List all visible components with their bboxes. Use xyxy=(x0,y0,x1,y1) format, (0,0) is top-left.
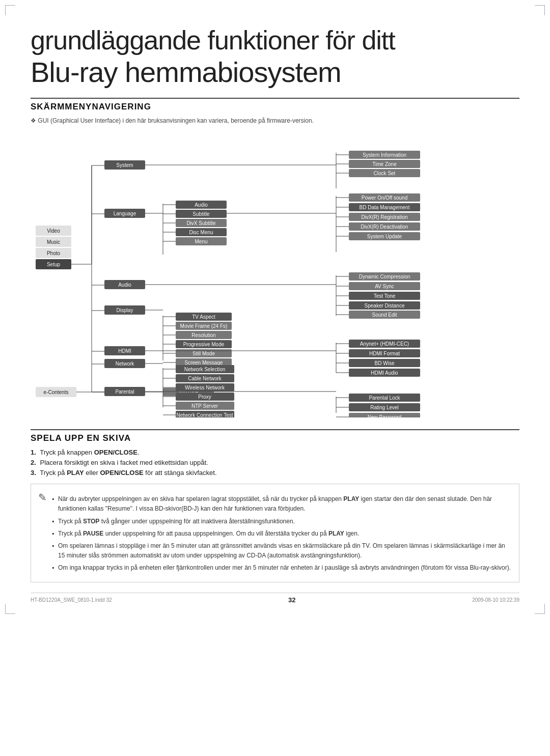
box-progmode-label: Progressive Mode xyxy=(183,342,225,347)
box-anynet-label: Anynet+ (HDMI-CEC) xyxy=(360,341,409,347)
intro-text: GUI (Graphical User Interface) i den här… xyxy=(31,117,519,124)
box-audio2-label: Audio xyxy=(195,202,208,208)
step-1: Tryck på knappen OPEN/CLOSE. xyxy=(31,449,519,456)
box-power-label: Power On/Off sound xyxy=(362,195,407,201)
page-title: grundläggande funktioner för ditt Blu-ra… xyxy=(31,25,519,89)
box-divxdeact-label: DivX(R) Deactivation xyxy=(361,224,408,230)
box-ntpserver-label: NTP Server xyxy=(191,403,218,409)
box-parental-label: Parental xyxy=(115,389,134,395)
note-icon: ✎ xyxy=(38,491,47,503)
page-footer: HT-BD1220A_SWE_0810-1.indd 32 32 2009-08… xyxy=(31,593,519,604)
box-avsync-label: AV Sync xyxy=(375,284,394,289)
menu-setup-label: Setup xyxy=(47,262,61,267)
box-wirelessnet-label: Wireless Network xyxy=(185,385,225,390)
box-tvaspect-label: TV Aspect xyxy=(192,314,215,320)
page-number: 32 xyxy=(288,596,295,604)
corner-mark-br xyxy=(535,604,545,614)
box-stillmode-label: Still Mode xyxy=(193,351,215,356)
menu-photo-label: Photo xyxy=(47,250,61,256)
box-discmenu-label: Disc Menu xyxy=(189,230,213,235)
diagram-svg: .box { fill: #555; } .box-dark { fill: #… xyxy=(31,132,519,417)
box-network-label: Network xyxy=(116,361,135,367)
step-3: Tryck på PLAY eller OPEN/CLOSE för att s… xyxy=(31,469,519,477)
box-bdwise-label: BD Wise xyxy=(375,360,395,366)
footer-left: HT-BD1220A_SWE_0810-1.indd 32 xyxy=(31,597,112,603)
box-dyncomp-label: Dynamic Compression xyxy=(359,274,410,279)
box-ratinglvl-label: Rating Level xyxy=(370,405,399,410)
section2-header: SPELA UPP EN SKIVA xyxy=(31,429,519,443)
note-item-3: Tryck på PAUSE under uppspelning för att… xyxy=(52,529,512,539)
box-sndedit-label: Sound Edit xyxy=(372,312,397,318)
box-hdmi-label: HDMI xyxy=(118,348,131,354)
steps-list: Tryck på knappen OPEN/CLOSE. Placera för… xyxy=(31,449,519,477)
note-item-5: Om inga knappar trycks in på enheten ell… xyxy=(52,563,512,573)
box-hdmiaudio-label: HDMI Audio xyxy=(371,370,398,376)
box-cablenet-label: Cable Network xyxy=(188,376,222,381)
note-item-4: Om spelaren lämnas i stoppläge i mer än … xyxy=(52,541,512,561)
corner-mark-tl xyxy=(5,5,15,15)
note-item-2: Tryck på STOP två gånger under uppspelni… xyxy=(52,517,512,526)
box-proxy-label: Proxy xyxy=(198,394,211,400)
box-display-label: Display xyxy=(117,307,133,313)
box-system-label: System xyxy=(116,162,133,168)
box-movieframe-label: Movie Frame (24 Fs) xyxy=(180,323,228,329)
box-divxreg-label: DivX(R) Registration xyxy=(361,214,407,220)
menu-video-label: Video xyxy=(47,228,60,234)
step-2: Placera försiktigt en skiva i facket med… xyxy=(31,459,519,466)
box-testtone-label: Test Tone xyxy=(374,293,396,299)
box-audio-label: Audio xyxy=(118,282,131,288)
box-screenmsg-label: Screen Message xyxy=(184,360,223,366)
menu-diagram: .box { fill: #555; } .box-dark { fill: #… xyxy=(31,132,519,419)
note-content: När du avbryter uppspelningen av en skiv… xyxy=(52,490,512,575)
box-subtitle-label: Subtitle xyxy=(193,211,210,217)
section1-header: SKÄRMMENYNAVIGERING xyxy=(31,98,519,112)
box-sysinfo-label: System Information xyxy=(363,152,406,158)
box-netconntest-label: Network Connection Test xyxy=(177,412,233,417)
box-hdmiformat-label: HDMI Format xyxy=(369,351,400,356)
corner-mark-tr xyxy=(535,5,545,15)
box-divxsub-label: DivX Subtitle xyxy=(186,220,216,226)
note-box: ✎ När du avbryter uppspelningen av en sk… xyxy=(31,484,519,582)
section2-title: SPELA UPP EN SKIVA xyxy=(31,433,131,443)
note-item-1: När du avbryter uppspelningen av en skiv… xyxy=(52,494,512,514)
box-bddata-label: BD Data Management xyxy=(360,205,410,210)
box-parentlock-label: Parental Lock xyxy=(369,395,400,401)
box-language-label: Language xyxy=(114,211,136,216)
box-sysupd-label: System Update xyxy=(367,234,402,239)
corner-mark-bl xyxy=(5,604,15,614)
box-resolution-label: Resolution xyxy=(191,332,215,338)
box-menu-label: Menu xyxy=(195,239,207,244)
box-spkdist-label: Speaker Distance xyxy=(365,303,405,309)
box-timezone-label: Time Zone xyxy=(372,161,397,167)
section2: SPELA UPP EN SKIVA Tryck på knappen OPEN… xyxy=(31,429,519,582)
note-list: När du avbryter uppspelningen av en skiv… xyxy=(52,494,512,573)
box-clockset-label: Clock Set xyxy=(374,171,396,176)
section1-title: SKÄRMMENYNAVIGERING xyxy=(31,102,151,111)
box-netsel-label: Network Selection xyxy=(184,367,226,372)
footer-right: 2009-08-10 10:22:39 xyxy=(472,597,519,603)
box-newpwd-label: New Password xyxy=(368,414,402,417)
menu-music-label: Music xyxy=(47,239,60,245)
menu-econtents-label: e-Contents xyxy=(44,389,69,395)
